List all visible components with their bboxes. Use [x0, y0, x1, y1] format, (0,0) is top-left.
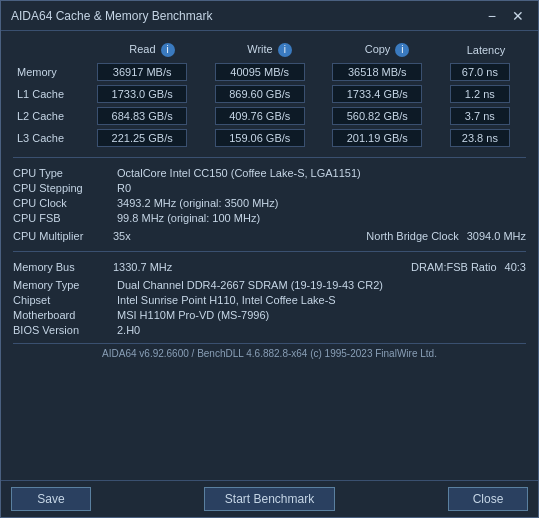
table-row: L3 Cache 221.25 GB/s 159.06 GB/s 201.19 … [13, 127, 526, 149]
col-header-write: Write i [211, 41, 329, 61]
table-row: L2 Cache 684.83 GB/s 409.76 GB/s 560.82 … [13, 105, 526, 127]
titlebar: AIDA64 Cache & Memory Benchmark − ✕ [1, 1, 538, 31]
write-value: 409.76 GB/s [211, 105, 329, 127]
row-label: L2 Cache [13, 105, 93, 127]
dram-fsb-value: 40:3 [505, 261, 526, 273]
latency-value: 1.2 ns [446, 83, 526, 105]
cpu-clock-value: 3493.2 MHz (original: 3500 MHz) [117, 196, 526, 210]
cpu-type-value: OctalCore Intel CC150 (Coffee Lake-S, LG… [117, 166, 526, 180]
cpu-multiplier-label: CPU Multiplier [13, 230, 113, 242]
main-content: Read i Write i Copy i Latency Memory [1, 31, 538, 480]
memory-bus-row: Memory Bus 1330.7 MHz DRAM:FSB Ratio 40:… [13, 260, 526, 274]
latency-value: 67.0 ns [446, 61, 526, 83]
col-header-copy: Copy i [328, 41, 446, 61]
minimize-button[interactable]: − [484, 8, 500, 24]
benchmark-table: Read i Write i Copy i Latency Memory [13, 41, 526, 149]
table-row: L1 Cache 1733.0 GB/s 869.60 GB/s 1733.4 … [13, 83, 526, 105]
dram-fsb-label: DRAM:FSB Ratio [411, 261, 497, 273]
cpu-fsb-value: 99.8 MHz (original: 100 MHz) [117, 211, 526, 225]
read-info-icon[interactable]: i [161, 43, 175, 57]
copy-info-icon[interactable]: i [395, 43, 409, 57]
main-window: AIDA64 Cache & Memory Benchmark − ✕ Read… [0, 0, 539, 518]
bios-label: BIOS Version [13, 323, 113, 337]
start-benchmark-button[interactable]: Start Benchmark [204, 487, 335, 511]
bottom-toolbar: Save Start Benchmark Close [1, 480, 538, 517]
close-button[interactable]: ✕ [508, 8, 528, 24]
memory-bus-label: Memory Bus [13, 261, 113, 273]
cpu-multiplier-row: CPU Multiplier 35x North Bridge Clock 30… [13, 229, 526, 243]
save-button[interactable]: Save [11, 487, 91, 511]
motherboard-label: Motherboard [13, 308, 113, 322]
cpu-stepping-label: CPU Stepping [13, 181, 113, 195]
lower-info: Memory Type Dual Channel DDR4-2667 SDRAM… [13, 278, 526, 337]
read-value: 1733.0 GB/s [93, 83, 211, 105]
divider-1 [13, 157, 526, 158]
copy-value: 560.82 GB/s [328, 105, 446, 127]
copy-value: 201.19 GB/s [328, 127, 446, 149]
row-label: L1 Cache [13, 83, 93, 105]
cpu-clock-label: CPU Clock [13, 196, 113, 210]
latency-value: 23.8 ns [446, 127, 526, 149]
memory-type-value: Dual Channel DDR4-2667 SDRAM (19-19-19-4… [117, 278, 526, 292]
memory-type-label: Memory Type [13, 278, 113, 292]
cpu-stepping-value: R0 [117, 181, 526, 195]
write-value: 869.60 GB/s [211, 83, 329, 105]
write-value: 40095 MB/s [211, 61, 329, 83]
copy-value: 36518 MB/s [328, 61, 446, 83]
row-label: L3 Cache [13, 127, 93, 149]
divider-2 [13, 251, 526, 252]
col-header-latency: Latency [446, 41, 526, 61]
motherboard-value: MSI H110M Pro-VD (MS-7996) [117, 308, 526, 322]
bios-value: 2.H0 [117, 323, 526, 337]
col-header-read: Read i [93, 41, 211, 61]
chipset-label: Chipset [13, 293, 113, 307]
footer-note: AIDA64 v6.92.6600 / BenchDLL 4.6.882.8-x… [13, 343, 526, 361]
north-bridge-value: 3094.0 MHz [467, 230, 526, 242]
write-info-icon[interactable]: i [278, 43, 292, 57]
row-label: Memory [13, 61, 93, 83]
cpu-type-label: CPU Type [13, 166, 113, 180]
table-row: Memory 36917 MB/s 40095 MB/s 36518 MB/s … [13, 61, 526, 83]
north-bridge-label: North Bridge Clock [366, 230, 458, 242]
latency-value: 3.7 ns [446, 105, 526, 127]
chipset-value: Intel Sunrise Point H110, Intel Coffee L… [117, 293, 526, 307]
memory-bus-value: 1330.7 MHz [113, 261, 411, 273]
write-value: 159.06 GB/s [211, 127, 329, 149]
copy-value: 1733.4 GB/s [328, 83, 446, 105]
cpu-fsb-label: CPU FSB [13, 211, 113, 225]
read-value: 36917 MB/s [93, 61, 211, 83]
system-info: CPU Type OctalCore Intel CC150 (Coffee L… [13, 166, 526, 225]
cpu-multiplier-value: 35x [113, 230, 366, 242]
window-title: AIDA64 Cache & Memory Benchmark [11, 9, 212, 23]
window-controls: − ✕ [484, 8, 528, 24]
read-value: 684.83 GB/s [93, 105, 211, 127]
close-button-bottom[interactable]: Close [448, 487, 528, 511]
read-value: 221.25 GB/s [93, 127, 211, 149]
